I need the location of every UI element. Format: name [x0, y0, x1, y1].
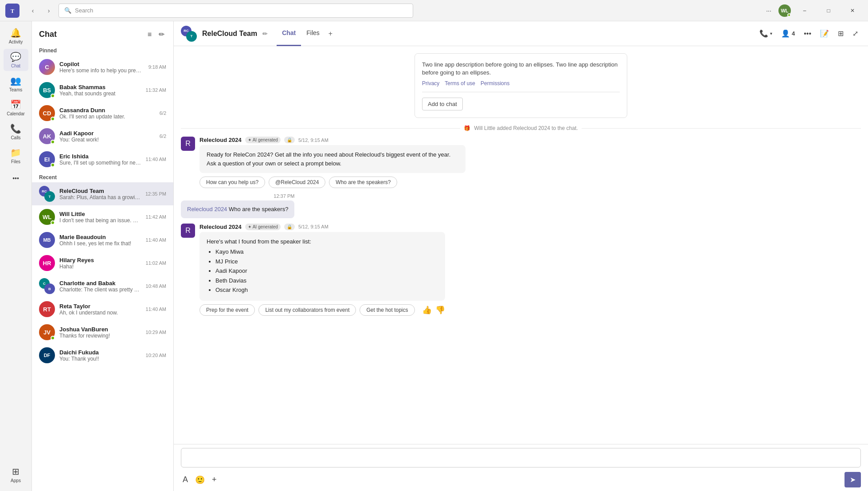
sidebar-item-apps[interactable]: ⊞ Apps — [4, 464, 28, 486]
back-button[interactable]: ‹ — [27, 4, 39, 17]
attach-button[interactable]: + — [210, 473, 219, 487]
list-item[interactable]: RC T ReleCloud Team Sarah: Plus, Atlanta… — [32, 182, 173, 205]
privacy-link[interactable]: Privacy — [422, 80, 439, 86]
thumbs-down-button[interactable]: 👎 — [435, 304, 445, 316]
chat-time: 10:20 AM — [146, 353, 166, 358]
list-item[interactable]: JV Joshua VanBuren Thanks for reviewing!… — [32, 321, 173, 344]
sidebar-item-calendar[interactable]: 📅 Calendar — [4, 97, 28, 119]
compose-button[interactable]: ✏ — [157, 28, 166, 40]
list-item[interactable]: MB Marie Beaudouin Ohhh I see, yes let m… — [32, 228, 173, 251]
list-item[interactable]: C Copilot Here's some info to help you p… — [32, 55, 173, 79]
sidebar-item-activity[interactable]: 🔔 Activity — [4, 25, 28, 47]
list-item[interactable]: RT Reta Taylor Ah, ok I understand now. … — [32, 298, 173, 321]
terms-link[interactable]: Terms of use — [445, 80, 475, 86]
avatar: BS — [39, 82, 55, 98]
sidebar-item-more[interactable]: ••• — [4, 172, 28, 185]
message-content: Relecloud 2024 ✦ AI generated 🔒 5/12, 9:… — [199, 137, 465, 188]
activity-label: Activity — [9, 39, 23, 44]
message-time: 5/12, 9:15 AM — [298, 224, 328, 229]
chat-time: 9:18 AM — [149, 64, 166, 70]
permissions-link[interactable]: Permissions — [481, 80, 509, 86]
forward-button[interactable]: › — [43, 4, 55, 17]
compose-bar: A 🙂 + ➤ — [174, 444, 868, 491]
list-item[interactable]: EI Eric Ishida Sure, I'll set up somethi… — [32, 148, 173, 171]
search-bar[interactable]: 🔍 Search — [59, 4, 413, 18]
sidebar-item-chat[interactable]: 💬 Chat — [4, 49, 28, 71]
apps-button[interactable]: ⊞ — [835, 27, 846, 40]
list-item[interactable]: BS Babak Shammas Yeah, that sounds great… — [32, 79, 173, 102]
chat-time: 11:02 AM — [146, 260, 166, 266]
recent-section-label: Recent — [32, 171, 173, 182]
sidebar-item-teams[interactable]: 👥 Teams — [4, 73, 28, 95]
list-item: MJ Price — [215, 257, 438, 266]
messages-area: Two line app description before going to… — [174, 46, 868, 444]
list-item[interactable]: HR Hilary Reyes Haha! 11:02 AM — [32, 251, 173, 275]
format-button[interactable]: A — [181, 473, 190, 487]
calendar-icon: 📅 — [10, 99, 21, 110]
chat-info: Charlotte and Babak Charlotte: The clien… — [59, 280, 141, 293]
app-logo: T — [5, 4, 20, 18]
send-button[interactable]: ➤ — [845, 472, 861, 487]
tab-chat[interactable]: Chat — [277, 21, 301, 46]
action-topics-button[interactable]: Get the hot topics — [360, 304, 414, 316]
message-meta: 12:37 PM — [181, 193, 294, 199]
filter-button[interactable]: ≡ — [146, 28, 153, 40]
action-at-button[interactable]: @ReleCloud 2024 — [269, 177, 325, 188]
speakers-list: Kayo Miwa MJ Price Aadi Kapoor Beth Davi… — [207, 247, 438, 295]
thumbs-up-button[interactable]: 👍 — [422, 304, 432, 316]
search-icon: 🔍 — [64, 7, 71, 14]
maximize-button[interactable]: □ — [818, 4, 839, 18]
chat-nav-label: Chat — [11, 63, 20, 68]
compose-input[interactable] — [181, 448, 861, 467]
user-avatar[interactable]: WL — [778, 4, 791, 17]
list-item[interactable]: WL Will Little I don't see that being an… — [32, 205, 173, 228]
sidebar-item-calls[interactable]: 📞 Calls — [4, 121, 28, 143]
chat-name: Hilary Reyes — [59, 257, 141, 263]
sidebar-item-files[interactable]: 📁 Files — [4, 145, 28, 167]
list-item[interactable]: AK Aadi Kapoor You: Great work! 6/2 — [32, 125, 173, 148]
avatar: RT — [39, 301, 55, 317]
teams-label: Teams — [9, 87, 22, 92]
action-collaborators-button[interactable]: List out my collaborators from event — [258, 304, 356, 316]
action-how-button[interactable]: How can you help us? — [199, 177, 265, 188]
list-item: Oscar Krogh — [215, 286, 438, 295]
edit-name-button[interactable]: ✏ — [262, 30, 268, 37]
chat-info: Daichi Fukuda You: Thank you!! — [59, 349, 141, 362]
action-prep-button[interactable]: Prep for the event — [199, 304, 255, 316]
participants-button[interactable]: 👤 4 — [778, 27, 798, 40]
list-item[interactable]: CD Cassandra Dunn Ok. I'll send an updat… — [32, 102, 173, 125]
status-badge — [51, 117, 55, 121]
notes-button[interactable]: 📝 — [817, 27, 832, 40]
chat-time: 10:29 AM — [146, 330, 166, 335]
message-sender: Relecloud 2024 — [199, 137, 242, 143]
list-item[interactable]: DF Daichi Fukuda You: Thank you!! 10:20 … — [32, 344, 173, 367]
minimize-button[interactable]: – — [794, 4, 815, 18]
participants-icon: 👤 — [781, 29, 790, 38]
tab-files[interactable]: Files — [301, 21, 325, 46]
status-badge — [51, 140, 55, 144]
sidebar-title: Chat — [39, 30, 57, 39]
activity-icon: 🔔 — [10, 27, 21, 38]
system-message: 🎁 Will Little added Relecloud 2024 to th… — [181, 125, 861, 131]
expand-button[interactable]: ⤢ — [850, 27, 861, 40]
more-actions-button[interactable]: ••• — [801, 27, 814, 40]
add-tab-button[interactable]: + — [325, 30, 336, 38]
action-speakers-button[interactable]: Who are the speakers? — [329, 177, 397, 188]
more-icon: ••• — [12, 175, 19, 182]
search-placeholder: Search — [75, 7, 93, 14]
chat-preview: Thanks for reviewing! — [59, 333, 141, 339]
emoji-button[interactable]: 🙂 — [193, 473, 207, 487]
more-options-button[interactable]: ··· — [762, 4, 775, 17]
calls-icon: 📞 — [10, 123, 21, 134]
chat-time: 11:42 AM — [146, 214, 166, 220]
call-button[interactable]: 📞 ▾ — [757, 27, 775, 40]
add-to-chat-button[interactable]: Add to chat — [422, 98, 463, 110]
chat-info: Will Little I don't see that being an is… — [59, 211, 141, 224]
avatar: C B — [39, 278, 55, 294]
apps-label: Apps — [11, 478, 21, 483]
chat-tabs: Chat Files + — [277, 21, 336, 46]
close-button[interactable]: ✕ — [842, 4, 863, 18]
calls-label: Calls — [11, 135, 20, 140]
chat-info: Babak Shammas Yeah, that sounds great — [59, 84, 141, 97]
list-item[interactable]: C B Charlotte and Babak Charlotte: The c… — [32, 275, 173, 298]
